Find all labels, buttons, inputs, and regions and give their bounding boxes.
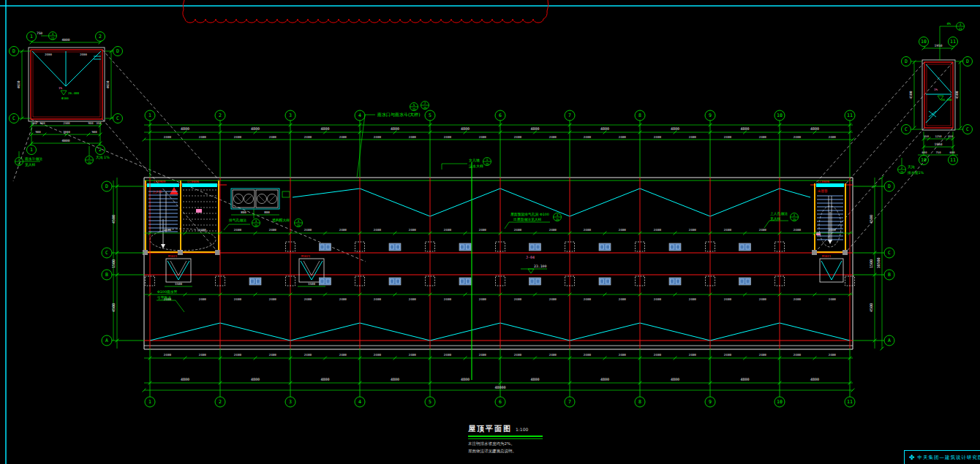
dim-text: 2400 [374, 297, 382, 301]
column-pad [215, 250, 220, 255]
dim-text: 2400 [164, 135, 172, 139]
callout-sheet: J5 [485, 162, 489, 166]
fan-box [256, 190, 278, 208]
dim-text: 4800 [62, 38, 70, 42]
dim-text: 4800 [740, 126, 749, 131]
window-label: LC0909 [154, 180, 166, 183]
detail-wall-inner [927, 64, 951, 126]
grid-bubble-label: 11 [847, 399, 853, 405]
vent-stub-box [282, 191, 290, 197]
dim-text: 4800 [251, 377, 260, 381]
dim-text: 2400 [409, 135, 417, 139]
dim-text: 2400 [759, 353, 767, 357]
dim-text: 4800 [600, 126, 609, 131]
grid-bubble-label: 3 [289, 113, 292, 118]
grid-bubble-label: 3 [289, 399, 292, 405]
dim-text: 2400 [549, 297, 557, 301]
ref-line [815, 128, 924, 253]
vent-short-label2: 通风帽大样 [272, 218, 290, 223]
dim-text: 2400 [794, 228, 802, 232]
dim-text: 2400 [654, 353, 662, 357]
dim-text: 2400 [164, 353, 172, 357]
elevation-mark-main [528, 269, 534, 273]
vent-box [669, 278, 681, 285]
callout-index: 2 [88, 156, 91, 160]
dim-text: 4800 [461, 377, 470, 381]
grid-bubble-label: B [888, 272, 891, 278]
callout-sheet: J5 [792, 218, 796, 221]
dim-text: 2400 [514, 353, 522, 357]
grid-bubble-label: B [105, 272, 108, 278]
title-underline [468, 436, 543, 437]
dim-text: 4500 [869, 215, 873, 224]
main-plan [144, 162, 853, 380]
publisher-text: 中天集团—建筑设计研究院 [918, 455, 980, 461]
dim-text: 3000 [63, 130, 70, 134]
canopy [166, 259, 191, 282]
fan-box [233, 190, 255, 208]
callout-index: 2 [794, 213, 796, 217]
callout-sheet: J1 [958, 27, 962, 31]
canopy-chevron-inner [170, 261, 186, 275]
tl-callout2-label: 天沟 1% [96, 156, 110, 160]
tl-callout-label: 雨水斗做法 [25, 156, 42, 161]
cad-canvas[interactable]: 1122334455667788991010111148004800480048… [0, 0, 980, 464]
dim-text: 1500 [308, 282, 316, 286]
callout-sheet: J5 [412, 107, 416, 111]
dim-text: 4800 [391, 126, 399, 131]
grid-bubble-label: 10 [921, 39, 927, 45]
dim-text: 2400 [269, 353, 277, 357]
revision-cloud [183, 0, 549, 23]
roof-access-hatch [170, 187, 178, 194]
callout-index: 4 [298, 219, 300, 223]
dim-text: 2400 [549, 228, 557, 232]
slope-label: 1% [59, 86, 63, 90]
dim-text: 2400 [199, 135, 207, 139]
dim-text: 2400 [829, 353, 837, 357]
detail-top-note: 750 [37, 31, 42, 35]
grid-bubble-label: 7 [568, 113, 571, 118]
dim-text: 2400 [584, 228, 592, 232]
dim-text: 4650 [106, 80, 110, 88]
elevation-value: 26.400 [68, 91, 80, 95]
window-lintel [816, 183, 844, 187]
grid-bubble-label: 11 [950, 39, 956, 45]
dim-text: 4800 [740, 377, 749, 381]
grid-bubble-label: C [12, 115, 15, 121]
callout-sheet: J5 [423, 106, 427, 110]
vent-box [320, 243, 331, 251]
dim-text: 2400 [234, 353, 242, 357]
ref-line [102, 50, 219, 180]
dim-text: 2400 [619, 353, 627, 357]
dim-text: 2400 [45, 53, 52, 56]
dim-text: 900 [40, 121, 46, 125]
dim-text: 900 [91, 130, 97, 134]
dim-text: 4800 [62, 139, 70, 142]
grid-bubble-label: D [116, 48, 119, 54]
parapet-label2: 泛水大样 [469, 164, 483, 169]
roof-mark-j04: J-04 [526, 255, 535, 259]
dim-text: 2400 [514, 297, 522, 301]
dim-text: 2400 [724, 228, 732, 232]
callout-index: 3 [255, 219, 257, 223]
dim-text: 2400 [409, 228, 417, 232]
dim-text: 2400 [689, 297, 697, 301]
window-label: LC0606 [187, 180, 200, 183]
vent-box [739, 243, 751, 251]
column-pad [843, 250, 848, 255]
parapet-callout-leader [442, 164, 467, 170]
dim-text: 4800 [810, 377, 819, 381]
vent-box [249, 278, 261, 285]
dim-text: 2400 [479, 353, 487, 357]
grid-bubble-label: 4 [358, 399, 361, 405]
dim-text: 2400 [164, 228, 172, 232]
vent-short-label: 排气孔做法 [228, 218, 246, 223]
vent-label: 屋面预留排气孔洞 Φ100 [510, 212, 549, 217]
right-stair-core [812, 183, 848, 255]
drawing-note-1: 未注明排水坡度均为2%。 [468, 441, 629, 446]
dim-text: 2400 [724, 297, 732, 301]
dim-text: 2400 [269, 297, 277, 301]
dim-text: 2400 [584, 353, 592, 357]
stair-path-arc [150, 229, 216, 251]
roof-drainage-zigzag-top [293, 189, 810, 216]
